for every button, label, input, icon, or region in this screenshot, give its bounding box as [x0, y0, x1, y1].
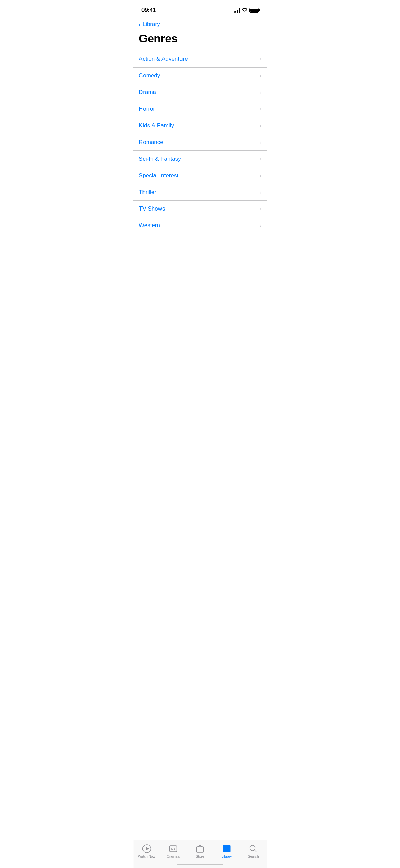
genre-item-special-interest[interactable]: Special Interest ›	[133, 167, 267, 184]
genre-item-romance[interactable]: Romance ›	[133, 134, 267, 151]
chevron-right-icon: ›	[260, 89, 261, 95]
genre-label: Kids & Family	[139, 122, 174, 129]
genre-item-horror[interactable]: Horror ›	[133, 101, 267, 117]
wifi-icon	[242, 8, 247, 12]
genre-item-comedy[interactable]: Comedy ›	[133, 68, 267, 84]
genre-item-kids-family[interactable]: Kids & Family ›	[133, 117, 267, 134]
back-button[interactable]: ‹ Library	[139, 21, 160, 28]
genre-item-tv-shows[interactable]: TV Shows ›	[133, 201, 267, 217]
chevron-right-icon: ›	[260, 156, 261, 162]
back-navigation: ‹ Library	[133, 18, 267, 29]
genre-item-sci-fi-fantasy[interactable]: Sci-Fi & Fantasy ›	[133, 151, 267, 167]
signal-bars-icon	[234, 8, 240, 13]
battery-icon	[249, 8, 259, 13]
chevron-right-icon: ›	[260, 222, 261, 229]
chevron-right-icon: ›	[260, 123, 261, 129]
back-chevron-icon: ‹	[139, 21, 141, 28]
chevron-right-icon: ›	[260, 173, 261, 179]
genre-label: TV Shows	[139, 205, 165, 212]
genre-label: Thriller	[139, 189, 156, 196]
chevron-right-icon: ›	[260, 73, 261, 79]
chevron-right-icon: ›	[260, 56, 261, 62]
genre-item-thriller[interactable]: Thriller ›	[133, 184, 267, 201]
back-label: Library	[142, 21, 160, 28]
genre-label: Horror	[139, 106, 155, 112]
chevron-right-icon: ›	[260, 139, 261, 145]
chevron-right-icon: ›	[260, 189, 261, 195]
genre-label: Sci-Fi & Fantasy	[139, 156, 181, 162]
status-icons	[234, 8, 259, 13]
chevron-right-icon: ›	[260, 206, 261, 212]
genre-item-action-adventure[interactable]: Action & Adventure ›	[133, 51, 267, 68]
genre-item-western[interactable]: Western ›	[133, 217, 267, 234]
genre-label: Special Interest	[139, 172, 178, 179]
page-title: Genres	[139, 32, 261, 45]
genre-item-drama[interactable]: Drama ›	[133, 84, 267, 101]
genre-label: Western	[139, 222, 160, 229]
genre-label: Action & Adventure	[139, 56, 188, 62]
genre-label: Romance	[139, 139, 164, 146]
genre-label: Drama	[139, 89, 156, 96]
page-title-section: Genres	[133, 29, 267, 51]
chevron-right-icon: ›	[260, 106, 261, 112]
status-time: 09:41	[141, 7, 156, 14]
genre-label: Comedy	[139, 72, 160, 79]
status-bar: 09:41	[133, 0, 267, 18]
genre-list: Action & Adventure › Comedy › Drama › Ho…	[133, 51, 267, 234]
